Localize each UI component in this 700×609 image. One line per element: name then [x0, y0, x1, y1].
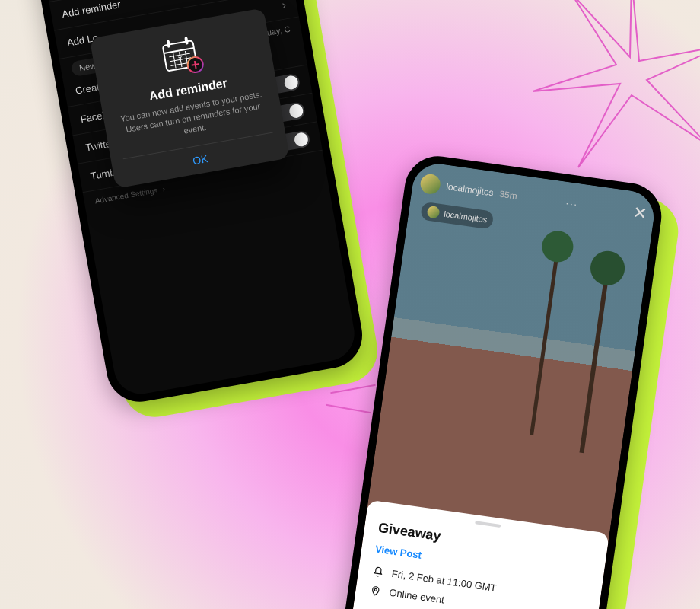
- add-reminder-popup: ✕ Add reminder You can now add events to…: [90, 8, 290, 188]
- reshared-username: localmojitos: [444, 209, 488, 225]
- phone-right-screen: localmojitos 35m ··· ✕ localmojitos Give…: [347, 161, 657, 609]
- location-chip-trail: uay, C: [266, 24, 291, 37]
- more-icon[interactable]: ···: [565, 198, 579, 210]
- calendar-plus-icon: ✕: [157, 33, 207, 79]
- stage: Tag People Add reminder › Add Lo › Newqu…: [0, 0, 700, 609]
- phone-left-screen: Tag People Add reminder › Add Lo › Newqu…: [37, 0, 359, 398]
- event-location: Online event: [388, 587, 444, 606]
- svg-text:✕: ✕: [177, 55, 183, 62]
- row-label: Add reminder: [61, 0, 121, 20]
- svg-rect-3: [184, 37, 189, 45]
- sheet-grabber[interactable]: [475, 521, 501, 528]
- story-username[interactable]: localmojitos: [445, 181, 494, 199]
- avatar: [427, 206, 441, 219]
- bell-icon: [371, 566, 385, 578]
- advanced-label: Advanced Settings: [94, 186, 158, 205]
- avatar[interactable]: [419, 173, 441, 195]
- svg-rect-2: [167, 40, 171, 48]
- chevron-right-icon: ›: [162, 184, 166, 193]
- story-age: 35m: [499, 189, 518, 202]
- svg-point-14: [374, 588, 377, 591]
- chevron-right-icon: ›: [281, 0, 287, 11]
- starburst-decoration: [533, 0, 700, 175]
- close-icon[interactable]: ✕: [632, 202, 648, 224]
- location-pin-icon: [369, 584, 383, 596]
